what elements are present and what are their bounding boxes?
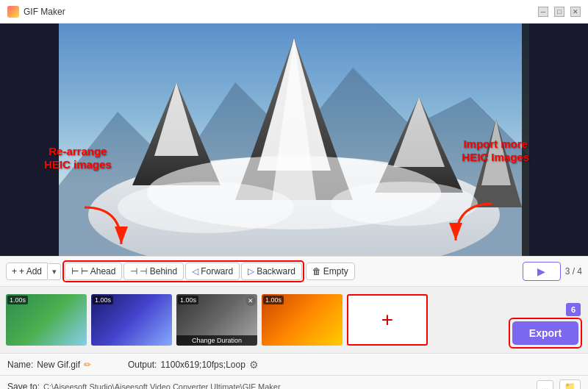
add-dropdown-arrow[interactable]: ▾ xyxy=(49,263,61,280)
export-button-wrapper: Export xyxy=(509,318,582,349)
output-section: Output: 1100x619;10fps;Loop ⚙ xyxy=(128,359,259,371)
change-duration-label[interactable]: Change Duration xyxy=(176,335,257,346)
output-value: 1100x619;10fps;Loop xyxy=(160,360,245,370)
svg-rect-15 xyxy=(522,24,529,256)
minimize-button[interactable]: ─ xyxy=(538,7,548,17)
preview-area: Re-arrange HEIC images Import more HEIC … xyxy=(0,24,588,256)
duration-3: 1.00s xyxy=(178,296,198,304)
backward-button[interactable]: ▷ Backward xyxy=(241,263,302,280)
behind-icon: ⊣ xyxy=(130,266,137,276)
play-icon: ▶ xyxy=(537,265,545,277)
play-button[interactable]: ▶ xyxy=(523,262,561,281)
app-icon xyxy=(7,6,19,18)
name-value: New Gif.gif xyxy=(37,360,80,370)
save-to-path: C:\Aiseesoft Studio\Aiseesoft Video Conv… xyxy=(43,382,537,390)
close-button[interactable]: ✕ xyxy=(570,7,581,17)
film-thumb-1[interactable]: 1.00s xyxy=(6,294,87,346)
name-label: Name: xyxy=(7,360,33,370)
name-section: Name: New Gif.gif ✏ xyxy=(7,360,91,370)
forward-button[interactable]: ◁ Forward xyxy=(185,263,240,280)
folder-button[interactable]: 📁 xyxy=(559,379,581,390)
page-info: 3 / 4 xyxy=(565,266,582,276)
window-controls[interactable]: ─ □ ✕ xyxy=(538,7,581,17)
toolbar: + + Add ▾ ⊢ ⊢ Ahead ⊣ ⊣ Behind ◁ Forward… xyxy=(0,256,588,287)
ahead-button[interactable]: ⊢ ⊢ Ahead xyxy=(65,263,122,280)
arrow-import xyxy=(448,200,500,244)
save-to-label: Save to: xyxy=(7,382,40,390)
trash-icon: 🗑 xyxy=(312,266,321,276)
arrow-rearrange xyxy=(77,204,129,248)
title-bar: GIF Maker ─ □ ✕ xyxy=(0,0,588,24)
thumb-close-3[interactable]: ✕ xyxy=(245,296,256,306)
bottom-bar-1: Name: New Gif.gif ✏ Output: 1100x619;10f… xyxy=(0,353,588,375)
edit-name-icon[interactable]: ✏ xyxy=(84,360,91,370)
export-area: 6 Export xyxy=(509,303,582,349)
add-more-icon: + xyxy=(381,308,393,332)
output-label: Output: xyxy=(128,360,157,370)
film-thumb-4[interactable]: 1.00s xyxy=(262,294,343,346)
window-title: GIF Maker xyxy=(24,7,65,17)
film-thumb-3[interactable]: 1.00s ✕ Change Duration xyxy=(176,294,257,346)
add-button-group[interactable]: + + Add ▾ xyxy=(6,263,61,280)
add-button[interactable]: + + Add xyxy=(6,263,48,280)
settings-icon[interactable]: ⚙ xyxy=(249,359,259,371)
empty-button[interactable]: 🗑 Empty xyxy=(306,263,355,280)
add-more-button[interactable]: + xyxy=(347,294,428,346)
duration-1: 1.00s xyxy=(7,296,28,304)
badge-6: 6 xyxy=(566,303,581,316)
navigation-button-group: ⊢ ⊢ Ahead ⊣ ⊣ Behind ◁ Forward ▷ Backwar… xyxy=(62,260,304,282)
export-button[interactable]: Export xyxy=(512,321,578,345)
svg-point-13 xyxy=(118,182,294,233)
maximize-button[interactable]: □ xyxy=(554,7,564,17)
behind-button[interactable]: ⊣ ⊣ Behind xyxy=(123,263,184,280)
plus-icon: + xyxy=(12,266,17,276)
ellipsis-button[interactable]: ... xyxy=(537,380,553,390)
film-thumb-2[interactable]: 1.00s xyxy=(91,294,172,346)
duration-2: 1.00s xyxy=(93,296,113,304)
ahead-icon: ⊢ xyxy=(71,266,79,276)
bottom-bar-2: Save to: C:\Aiseesoft Studio\Aiseesoft V… xyxy=(0,375,588,389)
title-bar-left: GIF Maker xyxy=(7,6,65,18)
duration-4: 1.00s xyxy=(263,296,284,304)
play-controls: ▶ 3 / 4 xyxy=(523,262,582,281)
backward-icon: ▷ xyxy=(248,266,254,276)
forward-icon: ◁ xyxy=(192,266,198,276)
filmstrip: 1.00s 1.00s 1.00s ✕ Change Duration 1.00… xyxy=(0,287,588,353)
